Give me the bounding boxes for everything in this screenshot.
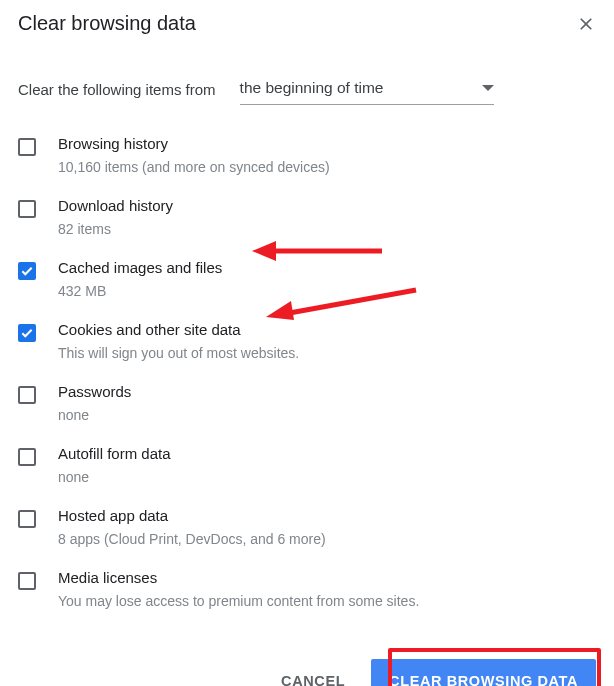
option-sublabel: 10,160 items (and more on synced devices…	[58, 157, 596, 177]
checkbox-wrap	[18, 443, 50, 466]
from-label: Clear the following items from	[18, 81, 216, 98]
option-sublabel: 82 items	[58, 219, 596, 239]
checkbox-wrap	[18, 133, 50, 156]
checkbox-wrap	[18, 319, 50, 342]
option-text: Autofill form data none	[58, 443, 596, 487]
time-range-row: Clear the following items from the begin…	[18, 73, 596, 105]
option-text: Download history 82 items	[58, 195, 596, 239]
option-text: Passwords none	[58, 381, 596, 425]
option-sublabel: none	[58, 405, 596, 425]
clear-browsing-data-dialog: Clear browsing data Clear the following …	[0, 0, 614, 686]
cancel-button[interactable]: CANCEL	[267, 661, 359, 686]
checkbox-wrap	[18, 381, 50, 404]
option-row: Passwords none	[18, 381, 596, 425]
checkbox-wrap	[18, 257, 50, 280]
options-list: Browsing history 10,160 items (and more …	[18, 133, 596, 611]
option-text: Hosted app data 8 apps (Cloud Print, Dev…	[58, 505, 596, 549]
checkbox-4[interactable]	[18, 386, 36, 404]
dialog-footer: CANCEL CLEAR BROWSING DATA	[18, 659, 596, 686]
option-sublabel: 8 apps (Cloud Print, DevDocs, and 6 more…	[58, 529, 596, 549]
time-range-value: the beginning of time	[240, 79, 384, 97]
clear-browsing-data-button[interactable]: CLEAR BROWSING DATA	[371, 659, 596, 686]
option-row: Cached images and files 432 MB	[18, 257, 596, 301]
option-label: Cookies and other site data	[58, 319, 596, 341]
time-range-select-wrap: the beginning of time	[240, 73, 494, 105]
option-text: Cookies and other site data This will si…	[58, 319, 596, 363]
option-label: Cached images and files	[58, 257, 596, 279]
checkbox-5[interactable]	[18, 448, 36, 466]
checkbox-1[interactable]	[18, 200, 36, 218]
checkbox-0[interactable]	[18, 138, 36, 156]
close-icon[interactable]	[576, 14, 596, 34]
option-sublabel: none	[58, 467, 596, 487]
option-row: Autofill form data none	[18, 443, 596, 487]
option-row: Browsing history 10,160 items (and more …	[18, 133, 596, 177]
option-sublabel: You may lose access to premium content f…	[58, 591, 596, 611]
checkbox-6[interactable]	[18, 510, 36, 528]
checkbox-7[interactable]	[18, 572, 36, 590]
option-label: Passwords	[58, 381, 596, 403]
option-label: Autofill form data	[58, 443, 596, 465]
checkbox-2[interactable]	[18, 262, 36, 280]
option-row: Hosted app data 8 apps (Cloud Print, Dev…	[18, 505, 596, 549]
dialog-title: Clear browsing data	[18, 12, 196, 35]
option-row: Media licenses You may lose access to pr…	[18, 567, 596, 611]
checkbox-wrap	[18, 195, 50, 218]
time-range-select[interactable]: the beginning of time	[240, 73, 494, 105]
option-label: Hosted app data	[58, 505, 596, 527]
option-row: Download history 82 items	[18, 195, 596, 239]
option-label: Media licenses	[58, 567, 596, 589]
option-label: Download history	[58, 195, 596, 217]
option-text: Browsing history 10,160 items (and more …	[58, 133, 596, 177]
checkbox-3[interactable]	[18, 324, 36, 342]
checkbox-wrap	[18, 567, 50, 590]
option-text: Cached images and files 432 MB	[58, 257, 596, 301]
option-label: Browsing history	[58, 133, 596, 155]
dialog-header: Clear browsing data	[18, 12, 596, 35]
option-row: Cookies and other site data This will si…	[18, 319, 596, 363]
option-sublabel: This will sign you out of most websites.	[58, 343, 596, 363]
checkbox-wrap	[18, 505, 50, 528]
option-sublabel: 432 MB	[58, 281, 596, 301]
chevron-down-icon	[482, 85, 494, 91]
option-text: Media licenses You may lose access to pr…	[58, 567, 596, 611]
